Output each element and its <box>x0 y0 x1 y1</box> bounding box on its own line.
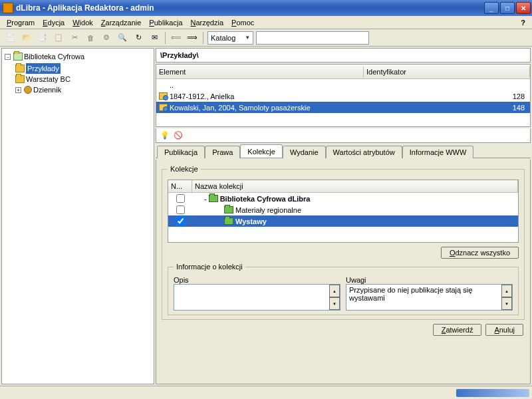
element-list: Element Identyfikator .. 1847-1912., Ani… <box>156 64 531 127</box>
tree-item-przyklady[interactable]: Przykłady <box>15 63 151 74</box>
uwagi-label: Uwagi <box>346 276 513 284</box>
tree-item-warsztaty[interactable]: Warsztaty BC <box>15 74 151 84</box>
menu-pomoc[interactable]: Pomoc <box>227 17 258 28</box>
window-title: dLibra - Aplikacja Redaktora - admin <box>16 3 484 13</box>
publication-icon <box>159 92 168 100</box>
tree-item-label: Warsztaty BC <box>26 74 70 84</box>
tool-new-icon[interactable]: 📄 <box>4 31 17 45</box>
tool-copy-icon[interactable]: 📑 <box>36 31 49 45</box>
tool-fwd-icon[interactable]: ⟹ <box>186 31 199 45</box>
spin-down-icon[interactable]: ▼ <box>501 297 512 310</box>
tree-root[interactable]: - Biblioteka Cyfrowa Przykłady Warsztaty… <box>5 51 151 95</box>
catalog-label: Katalog <box>211 34 235 42</box>
tree-pane: - Biblioteka Cyfrowa Przykłady Warsztaty… <box>1 48 154 384</box>
tool-search-icon[interactable]: 🔍 <box>116 31 129 45</box>
menu-zarzadzanie[interactable]: Zarządzanie <box>97 17 146 28</box>
kolekcje-table: N... Nazwa kolekcji - Biblioteka Cyfrowa… <box>168 180 519 243</box>
tab-www[interactable]: Informacje WWW <box>402 146 474 158</box>
uwagi-field[interactable]: Przypisane do niej publikacje stają się … <box>346 284 513 311</box>
col-nazwa[interactable]: Nazwa kolekcji <box>192 180 518 192</box>
help-icon[interactable]: ? <box>517 17 529 28</box>
apply-button[interactable]: Zatwierdź <box>433 324 482 336</box>
col-element[interactable]: Element <box>156 66 364 77</box>
parent-label: .. <box>168 81 489 89</box>
minimize-button[interactable]: _ <box>484 2 499 14</box>
search-input[interactable] <box>256 31 369 45</box>
tree-item-dziennik[interactable]: + Dziennik <box>15 84 151 95</box>
folder-icon <box>224 206 233 213</box>
opis-field[interactable]: ▲▼ <box>174 284 340 311</box>
list-row-parent[interactable]: .. <box>156 79 530 90</box>
menu-narzedzia[interactable]: Narzędzia <box>187 17 228 28</box>
folder-icon <box>15 65 25 72</box>
tool-refresh-icon[interactable]: ↻ <box>132 31 145 45</box>
tool-props-icon[interactable]: ⚙ <box>100 31 113 45</box>
tool-cut-icon[interactable]: ✂ <box>68 31 81 45</box>
chevron-down-icon: ▼ <box>245 35 250 41</box>
spin-down-icon[interactable]: ▼ <box>329 297 340 310</box>
spin-up-icon[interactable]: ▲ <box>501 285 512 297</box>
toolbar-separator <box>203 32 203 44</box>
folder-icon <box>209 195 218 202</box>
kolekcja-row[interactable]: Materiały regionalne <box>168 204 518 215</box>
tool-paste-icon[interactable]: 📋 <box>52 31 65 45</box>
kolekcja-label: Biblioteka Cyfrowa dLibra <box>220 195 311 203</box>
tabstrip: Publikacja Prawa Kolekcje Wydanie Wartoś… <box>156 144 531 158</box>
toolbar: 📄 📂 📑 📋 ✂ 🗑 ⚙ 🔍 ↻ ✉ ⟸ ⟹ Katalog ▼ <box>0 29 532 47</box>
action-remove-icon[interactable]: 🚫 <box>174 131 183 140</box>
folder-icon <box>224 217 233 225</box>
app-icon <box>3 3 13 13</box>
gear-icon <box>24 86 32 94</box>
cancel-button[interactable]: Anuluj <box>485 324 523 336</box>
tree-root-label: Biblioteka Cyfrowa <box>24 51 84 62</box>
tool-send-icon[interactable]: ✉ <box>148 31 161 45</box>
tool-delete-icon[interactable]: 🗑 <box>84 31 97 45</box>
tab-panel-kolekcje: Kolekcje N... Nazwa kolekcji - Bibliotek… <box>156 160 531 384</box>
kolekcja-checkbox[interactable] <box>176 217 185 225</box>
list-row[interactable]: 1847-1912., Anielka 128 <box>156 90 530 102</box>
tree-item-label: Dziennik <box>33 84 61 95</box>
col-ident[interactable]: Identyfikator <box>364 66 530 77</box>
list-row[interactable]: Kowalski, Jan, 2004, Samoloty pasażerski… <box>156 102 530 113</box>
tool-back-icon[interactable]: ⟸ <box>170 31 183 45</box>
titlebar: dLibra - Aplikacja Redaktora - admin _ □… <box>0 0 532 16</box>
tab-wartosci[interactable]: Wartości atrybutów <box>326 146 402 158</box>
close-button[interactable]: ✕ <box>516 2 531 14</box>
tool-open-icon[interactable]: 📂 <box>20 31 33 45</box>
row-id: 148 <box>489 104 529 112</box>
menubar: Program Edycja Widok Zarządzanie Publika… <box>0 16 532 29</box>
maximize-button[interactable]: □ <box>500 2 515 14</box>
info-fieldset: Informacje o kolekcji Opis ▲▼ Uwagi <box>168 263 519 315</box>
collapse-icon[interactable]: - <box>5 54 11 60</box>
expand-icon[interactable]: + <box>15 87 21 93</box>
kolekcja-checkbox[interactable] <box>176 205 185 214</box>
tab-prawa[interactable]: Prawa <box>205 146 240 158</box>
tab-wydanie[interactable]: Wydanie <box>283 146 326 158</box>
progress-bar <box>456 389 529 397</box>
kolekcja-label: Materiały regionalne <box>235 206 301 214</box>
kolekcja-checkbox[interactable] <box>176 194 185 203</box>
deselect-all-button[interactable]: Odznacz wszystko <box>441 247 519 259</box>
opis-label: Opis <box>174 276 340 284</box>
tab-kolekcje[interactable]: Kolekcje <box>240 144 283 158</box>
catalog-dropdown[interactable]: Katalog ▼ <box>207 31 253 45</box>
col-n[interactable]: N... <box>168 180 192 192</box>
uwagi-value: Przypisane do niej publikacje stają się … <box>349 286 472 302</box>
menu-widok[interactable]: Widok <box>68 17 97 28</box>
row-id: 128 <box>489 92 529 100</box>
tab-publikacja[interactable]: Publikacja <box>157 146 205 158</box>
statusbar <box>0 386 532 399</box>
kolekcja-row[interactable]: Wystawy <box>168 215 518 227</box>
menu-publikacja[interactable]: Publikacja <box>145 17 186 28</box>
action-add-icon[interactable]: 💡 <box>160 131 170 140</box>
toolbar-separator <box>165 32 166 44</box>
breadcrumb: \Przykłady\ <box>156 48 531 63</box>
kolekcje-legend: Kolekcje <box>168 165 201 173</box>
menu-program[interactable]: Program <box>3 17 39 28</box>
list-actions: 💡 🚫 <box>156 128 531 143</box>
kolekcja-row[interactable]: - Biblioteka Cyfrowa dLibra <box>168 193 518 204</box>
menu-edycja[interactable]: Edycja <box>39 17 68 28</box>
publication-icon <box>159 104 168 111</box>
spin-up-icon[interactable]: ▲ <box>329 285 340 297</box>
collapse-icon[interactable]: - <box>204 195 207 203</box>
